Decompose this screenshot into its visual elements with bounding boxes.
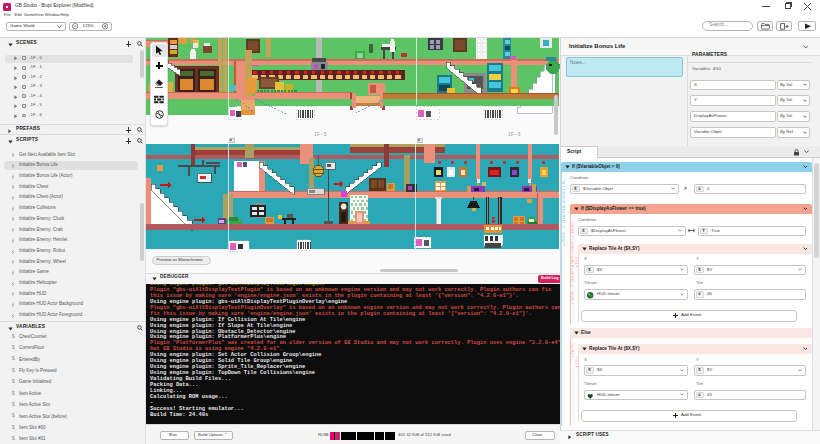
svg-text:1F - 5: 1F - 5	[314, 132, 327, 137]
svg-text:1F - 6: 1F - 6	[508, 132, 521, 137]
